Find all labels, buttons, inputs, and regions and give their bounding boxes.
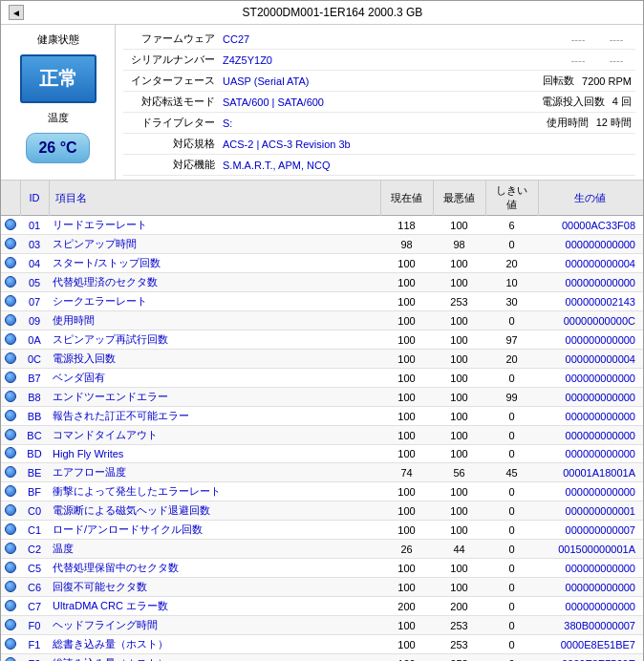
row-id: 0A	[20, 330, 49, 350]
firmware-value: CC27	[219, 32, 253, 47]
row-thresh: 0	[485, 616, 538, 635]
row-icon	[1, 311, 20, 330]
row-current: 100	[380, 445, 433, 463]
row-name: 総読み込み量（ホスト）	[49, 654, 380, 662]
driveletter-value: S:	[219, 116, 236, 131]
row-raw: 000000000000	[538, 426, 643, 445]
status-circle-icon	[5, 295, 16, 307]
row-worst: 253	[433, 616, 485, 635]
row-icon	[1, 616, 20, 635]
row-worst: 44	[433, 540, 485, 559]
left-panel: 健康状態 正常 温度 26 °C	[1, 25, 116, 180]
status-circle-icon	[5, 619, 16, 630]
status-circle-icon	[5, 562, 16, 573]
status-circle-icon	[5, 352, 16, 364]
table-row: C6 回復不可能セクタ数 100 100 0 000000000000	[1, 578, 643, 597]
row-id: C2	[20, 540, 49, 559]
driveletter-row: ドライブレター S: 使用時間 12 時間	[123, 113, 635, 134]
back-button[interactable]: ◄	[9, 5, 24, 20]
row-icon	[1, 426, 20, 445]
row-id: 01	[20, 216, 49, 235]
spec1-label: 対応規格	[123, 135, 219, 153]
row-id: C7	[20, 597, 49, 616]
table-row: F1 総書き込み量（ホスト） 100 253 0 0000E8E51BE7	[1, 635, 643, 654]
row-worst: 56	[433, 463, 485, 482]
row-thresh: 0	[485, 235, 538, 254]
row-name: 総書き込み量（ホスト）	[49, 635, 380, 654]
row-name: エンドツーエンドエラー	[49, 388, 380, 407]
health-label: 健康状態	[37, 32, 79, 47]
table-row: F2 総読み込み量（ホスト） 100 253 0 0000E8E7529E	[1, 654, 643, 662]
row-worst: 98	[433, 235, 485, 254]
row-thresh: 99	[485, 388, 538, 407]
serial-value: Z4Z5Y1Z0	[219, 53, 276, 68]
row-current: 100	[380, 350, 433, 369]
row-worst: 100	[433, 559, 485, 578]
transfer-value: SATA/600 | SATA/600	[219, 95, 328, 110]
row-id: BB	[20, 407, 49, 426]
table-row: C2 温度 26 44 0 001500000001A	[1, 540, 643, 559]
table-row: C1 ロード/アンロードサイクル回数 100 100 0 00000000000…	[1, 521, 643, 540]
row-current: 74	[380, 463, 433, 482]
table-row: C7 UltraDMA CRC エラー数 200 200 0 000000000…	[1, 597, 643, 616]
row-name: リードエラーレート	[49, 216, 380, 235]
status-circle-icon	[5, 429, 16, 440]
row-raw: 00000AC33F08	[538, 216, 643, 235]
row-raw: 000000000000	[538, 578, 643, 597]
status-circle-icon	[5, 543, 16, 554]
row-current: 100	[380, 521, 433, 540]
row-raw: 000000000004	[538, 350, 643, 369]
row-worst: 100	[433, 521, 485, 540]
row-current: 100	[380, 330, 433, 350]
row-worst: 100	[433, 388, 485, 407]
row-id: C0	[20, 501, 49, 521]
serial-div2: ----	[597, 53, 635, 68]
table-row: 04 スタート/ストップ回数 100 100 20 000000000004	[1, 254, 643, 273]
row-id: BC	[20, 426, 49, 445]
row-worst: 100	[433, 445, 485, 463]
row-raw: 0000E8E51BE7	[538, 635, 643, 654]
row-thresh: 10	[485, 273, 538, 292]
row-thresh: 0	[485, 597, 538, 616]
table-row: BC コマンドタイムアウト 100 100 0 000000000000	[1, 426, 643, 445]
main-window: ◄ ST2000DM001-1ER164 2000.3 GB 健康状態 正常 温…	[0, 0, 644, 661]
row-worst: 253	[433, 292, 485, 311]
row-thresh: 45	[485, 463, 538, 482]
row-name: 電源投入回数	[49, 350, 380, 369]
row-icon	[1, 463, 20, 482]
row-icon	[1, 235, 20, 254]
row-name: 電源断による磁気ヘッド退避回数	[49, 501, 380, 521]
table-row: BE エアフロー温度 74 56 45 00001A18001A	[1, 463, 643, 482]
row-thresh: 0	[485, 501, 538, 521]
row-thresh: 0	[485, 635, 538, 654]
temp-label: 温度	[48, 111, 69, 125]
row-icon	[1, 501, 20, 521]
row-icon	[1, 388, 20, 407]
row-id: BF	[20, 482, 49, 501]
col-current-header: 現在値	[380, 181, 433, 216]
spec1-row: 対応規格 ACS-2 | ACS-3 Revision 3b	[123, 134, 635, 155]
row-name: 使用時間	[49, 311, 380, 330]
row-worst: 100	[433, 254, 485, 273]
row-current: 200	[380, 597, 433, 616]
row-current: 100	[380, 635, 433, 654]
row-thresh: 20	[485, 254, 538, 273]
row-name: スピンアップ時間	[49, 235, 380, 254]
row-thresh: 0	[485, 654, 538, 662]
row-worst: 100	[433, 273, 485, 292]
row-worst: 200	[433, 597, 485, 616]
row-icon	[1, 273, 20, 292]
row-icon	[1, 597, 20, 616]
transfer-row: 対応転送モード SATA/600 | SATA/600 電源投入回数 4 回	[123, 92, 635, 113]
row-icon	[1, 482, 20, 501]
row-raw: 000000000000	[538, 388, 643, 407]
row-current: 100	[380, 616, 433, 635]
row-name: High Fly Writes	[49, 445, 380, 463]
row-thresh: 0	[485, 445, 538, 463]
row-raw: 000000000000	[538, 407, 643, 426]
rpm-label: 回転数	[483, 72, 578, 90]
poweron-label: 電源投入回数	[513, 93, 609, 111]
row-id: C5	[20, 559, 49, 578]
row-icon	[1, 369, 20, 388]
row-current: 100	[380, 482, 433, 501]
